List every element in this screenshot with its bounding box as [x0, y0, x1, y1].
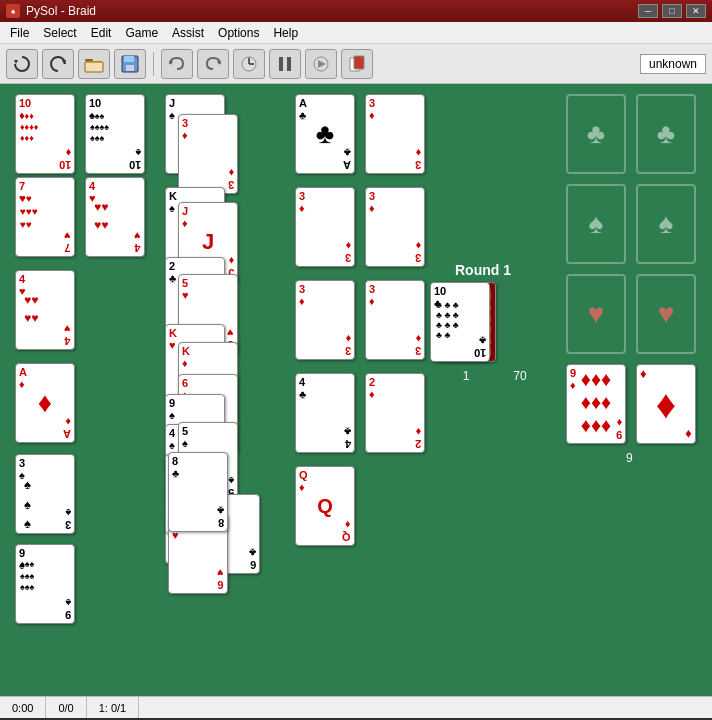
svg-rect-13 [279, 57, 283, 71]
svg-rect-2 [85, 59, 93, 61]
foundation-clubs-1[interactable]: ♣ [566, 94, 626, 174]
auto-drop-button[interactable] [305, 49, 337, 79]
close-button[interactable]: ✕ [686, 4, 706, 18]
foundation-hearts-1[interactable]: ♥ [566, 274, 626, 354]
statusbar: 0:00 0/0 1: 0/1 [0, 696, 712, 718]
foundation-count: 9 [626, 451, 633, 465]
toolbar-right: unknown [640, 54, 706, 74]
svg-rect-7 [126, 65, 134, 71]
svg-marker-0 [14, 60, 18, 64]
new-game-button[interactable] [6, 49, 38, 79]
titlebar-controls[interactable]: ─ □ ✕ [638, 4, 706, 18]
deal-button[interactable] [341, 49, 373, 79]
foundation-hearts-2[interactable]: ♥ [636, 274, 696, 354]
maximize-button[interactable]: □ [662, 4, 682, 18]
svg-rect-18 [354, 56, 364, 69]
svg-rect-4 [85, 62, 103, 72]
foundation-spades-2[interactable]: ♠ [636, 184, 696, 264]
menu-select[interactable]: Select [37, 24, 82, 42]
status-time: 0:00 [0, 697, 46, 718]
menu-game[interactable]: Game [119, 24, 164, 42]
app-icon: ♠ [6, 4, 20, 18]
foundation-spades-1[interactable]: ♠ [566, 184, 626, 264]
menu-help[interactable]: Help [267, 24, 304, 42]
user-label: unknown [640, 54, 706, 74]
minimize-button[interactable]: ─ [638, 4, 658, 18]
stats-button[interactable] [233, 49, 265, 79]
menubar: File Select Edit Game Assist Options Hel… [0, 22, 712, 44]
titlebar-left: ♠ PySol - Braid [6, 4, 96, 18]
restart-button[interactable] [42, 49, 74, 79]
stock-count: 1 [456, 369, 476, 383]
toolbar: unknown [0, 44, 712, 84]
open-button[interactable] [78, 49, 110, 79]
menu-options[interactable]: Options [212, 24, 265, 42]
svg-rect-14 [287, 57, 291, 71]
menu-edit[interactable]: Edit [85, 24, 118, 42]
titlebar-title: PySol - Braid [26, 4, 96, 18]
svg-rect-6 [124, 56, 134, 62]
status-moves: 0/0 [46, 697, 86, 718]
menu-assist[interactable]: Assist [166, 24, 210, 42]
redo-button[interactable] [197, 49, 229, 79]
titlebar: ♠ PySol - Braid ─ □ ✕ [0, 0, 712, 22]
status-score: 1: 0/1 [87, 697, 140, 718]
toolbar-sep-1 [153, 52, 154, 76]
menu-file[interactable]: File [4, 24, 35, 42]
save-button[interactable] [114, 49, 146, 79]
undo-button[interactable] [161, 49, 193, 79]
pause-button[interactable] [269, 49, 301, 79]
game-area[interactable]: ♣ ♣ ♠ ♠ ♥ ♥ 9♦ ♦♦♦♦♦♦♦♦♦ 9♦ ♦ ♦ ♦ 9 Roun… [0, 84, 712, 696]
waste-count: 70 [500, 369, 540, 383]
round-label: Round 1 [455, 262, 511, 278]
foundation-clubs-2[interactable]: ♣ [636, 94, 696, 174]
